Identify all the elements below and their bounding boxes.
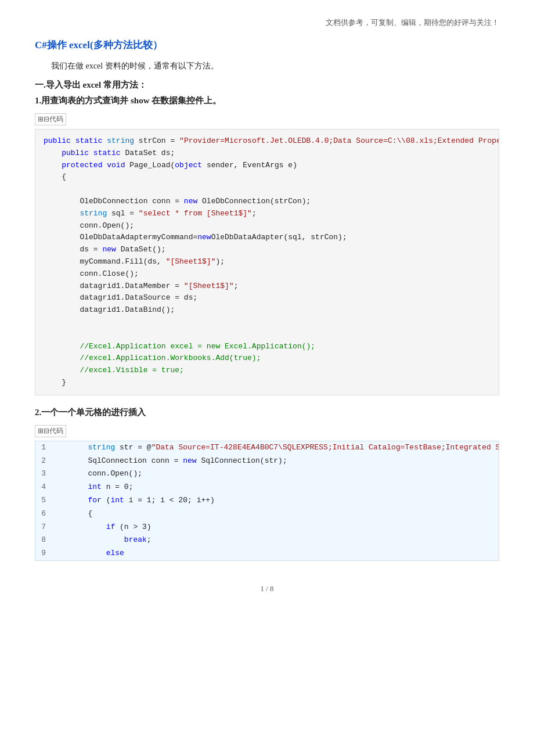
section1-heading: 一.导入导出 excel 常用方法：: [35, 80, 499, 91]
code-line-6: 6 {: [35, 507, 499, 521]
code-line-3: 3 conn.Open();: [35, 467, 499, 481]
code-toggle-1[interactable]: ⊞⊟代码: [35, 113, 66, 125]
code-line-1: 1 string str = @"Data Source=IT-428E4EA4…: [35, 441, 499, 455]
intro-paragraph: 我们在做 excel 资料的时候，通常有以下方法。: [35, 61, 499, 71]
code-line-5: 5 for (int i = 1; i < 20; i++): [35, 494, 499, 507]
code-line-4: 4 int n = 0;: [35, 481, 499, 494]
main-title: C#操作 excel(多种方法比较）: [35, 38, 499, 52]
code-line-8: 8 break;: [35, 534, 499, 547]
section1-sub2-heading: 2.一个一个单元格的进行插入: [35, 407, 499, 418]
code-block-1: public static string strCon = "Provider=…: [35, 129, 499, 395]
section1-sub1-heading: 1.用查询表的方式查询并 show 在数据集控件上。: [35, 95, 499, 106]
code-block-2: 1 string str = @"Data Source=IT-428E4EA4…: [35, 441, 499, 561]
page-footer: 1 / 8: [35, 584, 499, 593]
code-line-9: 9 else: [35, 547, 499, 560]
code-line-2: 2 SqlConnection conn = new SqlConnection…: [35, 455, 499, 468]
code-toggle-2[interactable]: ⊞⊟代码: [35, 425, 66, 437]
top-note: 文档供参考，可复制、编辑，期待您的好评与关注！: [35, 17, 499, 28]
code-line-7: 7 if (n > 3): [35, 521, 499, 534]
